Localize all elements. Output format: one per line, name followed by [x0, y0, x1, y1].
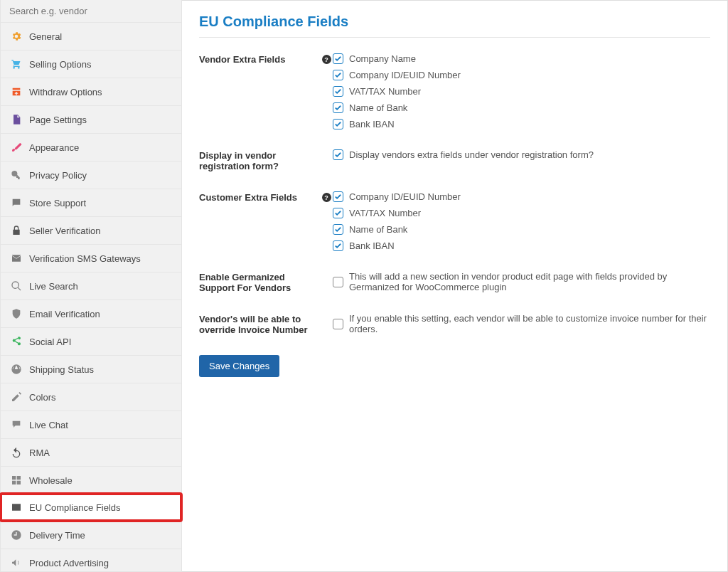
sidebar-item-product-advertising[interactable]: Product Advertising — [1, 549, 181, 572]
option-vendor_extra-2: VAT/TAX Number — [333, 86, 710, 97]
field-germanized: Enable Germanized Support For VendorsThi… — [199, 271, 710, 293]
checkbox-customer_extra-2[interactable] — [333, 224, 343, 235]
page-icon — [11, 114, 22, 125]
search-input[interactable] — [9, 6, 173, 16]
megaphone-icon — [11, 557, 22, 568]
help-icon[interactable]: ? — [322, 55, 331, 64]
sidebar-item-social-api[interactable]: Social API — [1, 327, 181, 355]
share-icon — [11, 336, 22, 347]
clock-icon — [11, 529, 22, 541]
sidebar-item-general[interactable]: General — [1, 22, 181, 50]
search-icon — [11, 280, 22, 292]
option-label: VAT/TAX Number — [349, 86, 421, 97]
sidebar-item-label: Verification SMS Gateways — [29, 253, 141, 264]
field-invoice: Vendor's will be able to override Invoic… — [199, 313, 710, 335]
page-title: EU Compliance Fields — [199, 14, 710, 38]
field-label: Vendor's will be able to override Invoic… — [199, 313, 320, 335]
option-label: Company ID/EUID Number — [349, 70, 461, 80]
field-display_reg: Display in vendor registration form?Disp… — [199, 149, 710, 171]
field-customer_extra: Customer Extra Fields?Company ID/EUID Nu… — [199, 191, 710, 251]
option-vendor_extra-1: Company ID/EUID Number — [333, 70, 710, 80]
boxes-icon — [11, 475, 22, 486]
option-customer_extra-2: Name of Bank — [333, 224, 710, 235]
checkbox-vendor_extra-0[interactable] — [333, 53, 343, 64]
sidebar-item-label: Withdraw Options — [29, 87, 102, 97]
checkbox-vendor_extra-1[interactable] — [333, 70, 343, 80]
field-label: Display in vendor registration form? — [199, 149, 320, 171]
field-control: Company ID/EUID NumberVAT/TAX NumberName… — [333, 191, 710, 251]
checkbox-invoice-0[interactable] — [333, 319, 343, 329]
withdraw-icon — [11, 86, 22, 97]
sidebar-item-label: Social API — [29, 337, 71, 347]
option-label: Name of Bank — [349, 102, 407, 113]
sidebar-item-label: Appearance — [29, 142, 79, 153]
option-label: Name of Bank — [349, 224, 407, 235]
sidebar-item-label: Live Search — [29, 281, 78, 292]
sidebar-item-label: Delivery Time — [29, 530, 85, 541]
sidebar-item-verification-sms-gateways[interactable]: Verification SMS Gateways — [1, 244, 181, 272]
globe-icon — [11, 364, 22, 375]
sidebar-item-store-support[interactable]: Store Support — [1, 189, 181, 216]
field-control: Display vendors extra fields under vendo… — [333, 149, 710, 160]
field-control: If you enable this setting, each vendor … — [333, 313, 710, 334]
sidebar-item-delivery-time[interactable]: Delivery Time — [1, 521, 181, 549]
lock-icon — [11, 225, 22, 236]
sidebar-item-shipping-status[interactable]: Shipping Status — [1, 355, 181, 383]
checkbox-vendor_extra-3[interactable] — [333, 102, 343, 113]
shield-icon — [11, 308, 22, 319]
sidebar-item-rma[interactable]: RMA — [1, 438, 181, 466]
option-label: VAT/TAX Number — [349, 208, 421, 218]
sidebar-item-page-settings[interactable]: Page Settings — [1, 105, 181, 133]
settings-sidebar: GeneralSelling OptionsWithdraw OptionsPa… — [0, 0, 182, 572]
sidebar-item-label: Store Support — [29, 198, 86, 208]
checkbox-vendor_extra-4[interactable] — [333, 119, 343, 129]
field-control: This will add a new section in vendor pr… — [333, 271, 710, 292]
sidebar-item-withdraw-options[interactable]: Withdraw Options — [1, 78, 181, 105]
undo-icon — [11, 447, 22, 458]
sidebar-item-label: Privacy Policy — [29, 170, 87, 181]
checkbox-vendor_extra-2[interactable] — [333, 86, 343, 97]
help-icon[interactable]: ? — [322, 193, 331, 202]
sidebar-item-appearance[interactable]: Appearance — [1, 133, 181, 161]
sidebar-item-label: Wholesale — [29, 475, 73, 486]
sidebar-item-seller-verification[interactable]: Seller Verification — [1, 216, 181, 244]
balloon-icon — [11, 419, 22, 430]
checkbox-display_reg-0[interactable] — [333, 149, 343, 160]
sidebar-item-wholesale[interactable]: Wholesale — [1, 466, 181, 494]
sidebar-item-email-verification[interactable]: Email Verification — [1, 300, 181, 327]
field-vendor_extra: Vendor Extra Fields?Company NameCompany … — [199, 53, 710, 129]
option-vendor_extra-0: Company Name — [333, 53, 710, 64]
cart-icon — [11, 58, 22, 70]
sidebar-item-label: General — [29, 31, 62, 42]
option-invoice-0: If you enable this setting, each vendor … — [333, 313, 710, 334]
sidebar-item-label: Email Verification — [29, 309, 100, 319]
main-content: EU Compliance Fields Vendor Extra Fields… — [182, 0, 728, 572]
mail-icon — [11, 253, 22, 264]
field-control: Company NameCompany ID/EUID NumberVAT/TA… — [333, 53, 710, 129]
save-changes-button[interactable]: Save Changes — [199, 355, 279, 377]
option-germanized-0: This will add a new section in vendor pr… — [333, 271, 710, 292]
checkbox-customer_extra-1[interactable] — [333, 208, 343, 218]
gear-icon — [11, 31, 22, 42]
sidebar-item-live-search[interactable]: Live Search — [1, 272, 181, 300]
option-label: Bank IBAN — [349, 240, 395, 251]
checkbox-customer_extra-0[interactable] — [333, 191, 343, 202]
option-label: Bank IBAN — [349, 119, 395, 129]
key-icon — [11, 169, 22, 181]
checkbox-germanized-0[interactable] — [333, 277, 343, 287]
sidebar-item-eu-compliance-fields[interactable]: EU Compliance Fields — [0, 492, 183, 522]
sidebar-item-selling-options[interactable]: Selling Options — [1, 50, 181, 78]
option-label: If you enable this setting, each vendor … — [349, 313, 710, 334]
checkbox-customer_extra-3[interactable] — [333, 240, 343, 251]
option-label: This will add a new section in vendor pr… — [349, 271, 710, 292]
help-slot — [320, 313, 333, 314]
sidebar-item-colors[interactable]: Colors — [1, 383, 181, 411]
sidebar-item-privacy-policy[interactable]: Privacy Policy — [1, 161, 181, 189]
sidebar-item-label: EU Compliance Fields — [29, 502, 121, 513]
field-label: Vendor Extra Fields — [199, 53, 320, 65]
help-slot: ? — [320, 191, 333, 202]
option-customer_extra-3: Bank IBAN — [333, 240, 710, 251]
option-vendor_extra-4: Bank IBAN — [333, 119, 710, 129]
sidebar-item-live-chat[interactable]: Live Chat — [1, 411, 181, 438]
sidebar-item-label: Colors — [29, 392, 56, 403]
